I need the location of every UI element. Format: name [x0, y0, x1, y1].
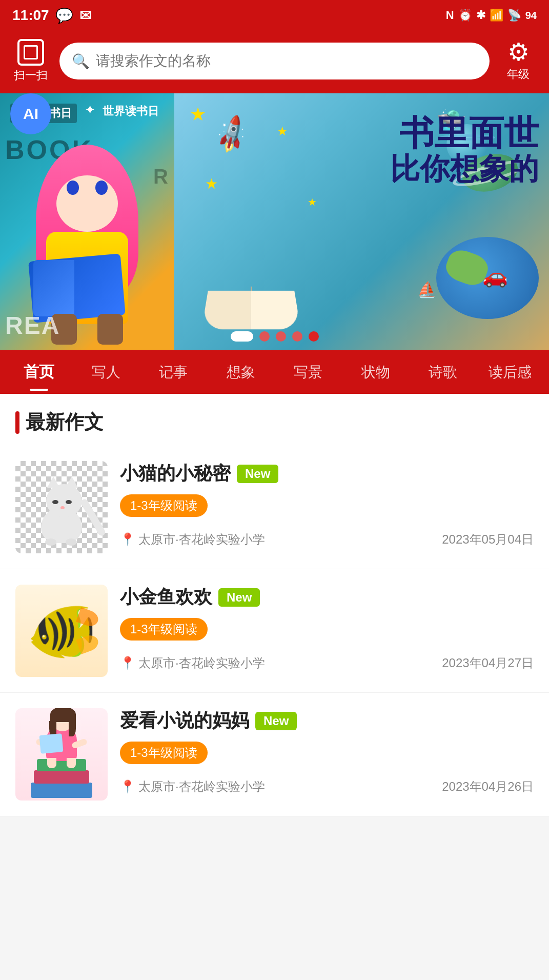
article-list: 小猫的小秘密 New 1-3年级阅读 📍 太原市·杏花岭实验小学 2023年05… [0, 446, 549, 816]
open-book-illustration [201, 291, 300, 330]
banner-section: AI 世界读书日 ✦ 世界读书日 BOOK R [0, 93, 549, 350]
tab-scenery[interactable]: 写景 [275, 351, 342, 393]
banner-container: 世界读书日 ✦ 世界读书日 BOOK R [0, 93, 549, 350]
nav-tabs: 首页 写人 记事 想象 写景 状物 诗歌 读后感 [0, 350, 549, 394]
banner-right: ★ ★ ★ ★ 🛸 🚀 书里面世 比你想象的 [174, 93, 549, 350]
grade-badge-2: 1-3年级阅读 [120, 618, 208, 641]
scan-icon [17, 39, 44, 66]
scan-button[interactable]: 扫一扫 [10, 39, 51, 83]
star-4: ★ [308, 196, 317, 208]
article-thumb-2: 🐠 [15, 585, 108, 677]
article-meta-2: 📍 太原市·杏花岭实验小学 2023年04月27日 [120, 655, 534, 671]
article-title-row-3: 爱看小说的妈妈 New [120, 708, 534, 733]
boat-icon: ⛵ [417, 281, 436, 298]
status-bar: 11:07 💬 ✉ N ⏰ ✱ 📶 📡 94 [0, 0, 549, 31]
status-icons: N ⏰ ✱ 📶 📡 94 [446, 9, 537, 22]
banner-dots [231, 331, 319, 342]
star-1: ★ [190, 104, 206, 125]
location-3: 📍 太原市·杏花岭实验小学 [120, 778, 265, 795]
dot-3[interactable] [276, 331, 286, 342]
date-2: 2023年04月27日 [442, 655, 534, 671]
location-2: 📍 太原市·杏花岭实验小学 [120, 655, 265, 671]
location-icon-3: 📍 [120, 779, 135, 794]
article-thumb-1 [15, 461, 108, 553]
article-title-3: 爱看小说的妈妈 [120, 708, 249, 733]
new-badge-1: New [237, 465, 278, 483]
car-icon: 🚗 [482, 264, 508, 288]
status-time: 11:07 💬 ✉ [12, 7, 91, 24]
article-item[interactable]: 小猫的小秘密 New 1-3年级阅读 📍 太原市·杏花岭实验小学 2023年05… [0, 446, 549, 569]
banner-right-text: 书里面世 比你想象的 [390, 114, 539, 185]
dot-2[interactable] [259, 331, 270, 342]
app-header: 扫一扫 🔍 ⚙ 年级 [0, 31, 549, 93]
gear-icon: ⚙ [507, 40, 530, 65]
search-icon: 🔍 [72, 53, 90, 70]
search-input[interactable] [96, 53, 477, 69]
tab-reading[interactable]: 读后感 [477, 351, 544, 393]
search-bar[interactable]: 🔍 [59, 43, 490, 79]
dot-4[interactable] [292, 331, 302, 342]
wifi-icon: 📶 [490, 9, 503, 22]
section-title: 最新作文 [15, 409, 534, 446]
settings-label: 年级 [507, 67, 530, 82]
ai-badge[interactable]: AI [10, 93, 51, 134]
location-icon-2: 📍 [120, 656, 135, 670]
tab-people[interactable]: 写人 [72, 351, 139, 393]
tab-home[interactable]: 首页 [5, 350, 72, 394]
article-content-2: 小金鱼欢欢 New 1-3年级阅读 📍 太原市·杏花岭实验小学 2023年04月… [120, 585, 534, 671]
article-meta-1: 📍 太原市·杏花岭实验小学 2023年05月04日 [120, 531, 534, 548]
nfc-icon: N [446, 9, 454, 22]
date-3: 2023年04月26日 [442, 778, 534, 795]
new-badge-3: New [255, 712, 297, 730]
bluetooth-icon: ✱ [476, 9, 485, 22]
dot-5[interactable] [309, 331, 319, 342]
tab-poetry[interactable]: 诗歌 [409, 351, 476, 393]
rocket-icon: 🚀 [210, 113, 254, 156]
scan-inner [24, 45, 38, 59]
dot-1[interactable] [231, 331, 253, 342]
banner-line2: 比你想象的 [390, 152, 539, 185]
content-section: 最新作文 [0, 394, 549, 446]
article-title-1: 小猫的小秘密 [120, 461, 231, 486]
article-title-row-2: 小金鱼欢欢 New [120, 585, 534, 610]
date-1: 2023年05月04日 [442, 531, 534, 548]
alarm-icon: ⏰ [458, 9, 472, 22]
signal-icon: 📡 [507, 9, 521, 22]
article-title-2: 小金鱼欢欢 [120, 585, 212, 610]
banner-line1: 书里面世 [390, 114, 539, 152]
article-item[interactable]: 🐠 小金鱼欢欢 New 1-3年级阅读 📍 太原市·杏花岭实验小学 2023年0… [0, 569, 549, 693]
mail-icon: ✉ [79, 7, 91, 24]
star-2: ★ [277, 124, 288, 138]
grade-badge-3: 1-3年级阅读 [120, 742, 208, 764]
article-thumb-3 [15, 708, 108, 801]
new-badge-2: New [218, 588, 260, 607]
tab-imagination[interactable]: 想象 [207, 351, 274, 393]
time-display: 11:07 [12, 7, 49, 24]
settings-button[interactable]: ⚙ 年级 [498, 40, 539, 82]
tab-objects[interactable]: 状物 [342, 351, 409, 393]
article-content-1: 小猫的小秘密 New 1-3年级阅读 📍 太原市·杏花岭实验小学 2023年05… [120, 461, 534, 548]
message-icon: 💬 [55, 7, 73, 24]
scan-label: 扫一扫 [14, 68, 48, 83]
location-icon-1: 📍 [120, 532, 135, 547]
world-reading-label2: 世界读书日 [103, 104, 159, 123]
battery-display: 94 [525, 10, 537, 22]
article-title-row-1: 小猫的小秘密 New [120, 461, 534, 486]
star-3: ★ [205, 175, 218, 192]
grade-badge-1: 1-3年级阅读 [120, 494, 208, 517]
location-1: 📍 太原市·杏花岭实验小学 [120, 531, 265, 548]
tab-events[interactable]: 记事 [140, 351, 207, 393]
article-content-3: 爱看小说的妈妈 New 1-3年级阅读 📍 太原市·杏花岭实验小学 2023年0… [120, 708, 534, 795]
article-meta-3: 📍 太原市·杏花岭实验小学 2023年04月26日 [120, 778, 534, 795]
article-item[interactable]: 爱看小说的妈妈 New 1-3年级阅读 📍 太原市·杏花岭实验小学 2023年0… [0, 693, 549, 816]
